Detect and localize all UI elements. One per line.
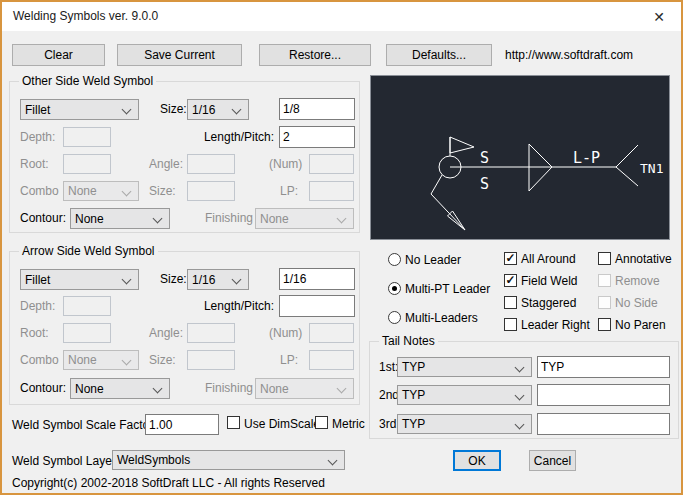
remove-checkbox [598, 274, 611, 287]
defaults-button[interactable]: Defaults... [386, 44, 492, 66]
all-around-label: All Around [521, 252, 576, 266]
no-paren-checkbox[interactable] [598, 318, 611, 331]
arrow-finishing-value: None [260, 382, 289, 396]
arrow-lp-field [309, 350, 354, 370]
title-bar: Welding Symbols ver. 9.0.0 ✕ [2, 2, 681, 31]
other-length-pitch-label: Length/Pitch: [182, 130, 274, 144]
no-side-label: No Side [615, 296, 658, 310]
layer-combo-value: WeldSymbols [117, 453, 190, 467]
arrow-depth-label: Depth: [20, 299, 55, 313]
multi-leaders-label: Multi-Leaders [405, 311, 478, 325]
tail-note-3-combo-value: TYP [402, 417, 425, 431]
multi-pt-leader-radio[interactable] [388, 282, 401, 295]
other-contour-combo[interactable]: None [70, 208, 170, 229]
other-weld-type-combo[interactable]: Fillet [20, 99, 139, 120]
tail-lines [616, 145, 638, 186]
field-weld-label: Field Weld [521, 274, 577, 288]
other-size2-label: Size: [149, 184, 176, 198]
layer-label: Weld Symbol Layer: [12, 454, 119, 468]
arrow-root-label: Root: [20, 326, 49, 340]
weld-symbol-preview: S S L-P TN1 [370, 75, 670, 240]
arrow-root-field [63, 323, 111, 343]
save-current-button[interactable]: Save Current [117, 44, 242, 66]
other-contour-value: None [75, 212, 104, 226]
other-contour-label: Contour: [20, 211, 66, 225]
metric-checkbox[interactable] [315, 416, 328, 429]
arrow-length-pitch-input[interactable] [279, 295, 355, 317]
arrow-depth-field [63, 296, 111, 316]
arrow-size-input[interactable] [279, 268, 355, 290]
no-side-checkbox [598, 296, 611, 309]
tail-note-1-combo-value: TYP [402, 360, 425, 374]
arrow-combo-label: Combo [20, 353, 59, 367]
tail-note-2-combo[interactable]: TYP [397, 385, 532, 405]
arrow-size-label: Size: [160, 272, 187, 286]
other-combo-label: Combo [20, 184, 59, 198]
annotative-label: Annotative [615, 252, 672, 266]
no-leader-radio[interactable] [388, 253, 401, 266]
window-title: Welding Symbols ver. 9.0.0 [13, 9, 158, 23]
arrow-size-combo[interactable]: 1/16 [187, 269, 249, 290]
multi-leaders-radio[interactable] [388, 311, 401, 324]
arrow-combo-value: None [68, 353, 97, 367]
scale-factor-input[interactable] [145, 414, 219, 435]
other-size-combo[interactable]: 1/16 [187, 99, 249, 120]
arrow-size2-label: Size: [149, 353, 176, 367]
close-icon[interactable]: ✕ [648, 6, 670, 28]
arrow-size2-field [187, 350, 235, 370]
staggered-label: Staggered [521, 296, 576, 310]
arrow-lp-label: LP: [280, 353, 298, 367]
copyright-text: Copyright(c) 2002-2018 SoftDraft LLC - A… [12, 476, 325, 490]
other-depth-field [63, 127, 111, 147]
other-size-input[interactable] [279, 98, 355, 120]
other-combo-combo: None [63, 181, 139, 201]
layer-combo[interactable]: WeldSymbols [112, 450, 345, 470]
tail-note-3-input[interactable] [537, 413, 670, 435]
other-num-label: (Num) [269, 157, 302, 171]
arrow-angle-field [187, 323, 235, 343]
other-finishing-label: Finishing [205, 211, 253, 225]
other-finishing-combo: None [255, 208, 354, 229]
tail-note-1-combo[interactable]: TYP [397, 357, 532, 377]
staggered-checkbox[interactable] [504, 296, 517, 309]
all-around-checkbox[interactable] [504, 252, 517, 265]
website-link: http://www.softdraft.com [505, 48, 633, 62]
other-size-combo-value: 1/16 [192, 103, 215, 117]
field-weld-flag [450, 137, 474, 153]
other-weld-type-value: Fillet [25, 103, 50, 117]
use-dimscale-label: Use DimScale [244, 417, 320, 431]
welding-symbols-dialog: Welding Symbols ver. 9.0.0 ✕ Clear Save … [0, 0, 683, 495]
annotative-checkbox[interactable] [598, 252, 611, 265]
weld-symbol-drawing: S S L-P TN1 [371, 76, 669, 239]
field-weld-checkbox[interactable] [504, 274, 517, 287]
other-size2-field [187, 181, 235, 201]
arrow-weld-type-combo[interactable]: Fillet [20, 269, 139, 290]
metric-label: Metric [332, 417, 365, 431]
tail-note-1-input[interactable] [537, 356, 670, 378]
other-length-pitch-input[interactable] [279, 126, 355, 148]
arrow-num-field [309, 323, 354, 343]
size-placeholder-bottom: S [480, 175, 489, 193]
arrow-contour-combo[interactable]: None [70, 378, 170, 399]
other-finishing-value: None [260, 212, 289, 226]
other-side-group-title: Other Side Weld Symbol [19, 74, 156, 88]
arrow-finishing-label: Finishing [205, 381, 253, 395]
other-root-field [63, 154, 111, 174]
other-size-label: Size: [160, 102, 187, 116]
use-dimscale-checkbox[interactable] [227, 416, 240, 429]
leader-right-checkbox[interactable] [504, 318, 517, 331]
other-angle-label: Angle: [149, 157, 183, 171]
cancel-button[interactable]: Cancel [529, 450, 576, 471]
clear-button[interactable]: Clear [12, 44, 105, 66]
ok-button[interactable]: OK [453, 450, 501, 471]
tail-note-2-input[interactable] [537, 384, 670, 406]
tail-note-3-combo[interactable]: TYP [397, 414, 532, 434]
no-paren-label: No Paren [615, 318, 666, 332]
multi-pt-leader-label: Multi-PT Leader [405, 282, 490, 296]
arrow-side-group-title: Arrow Side Weld Symbol [19, 244, 158, 258]
restore-button[interactable]: Restore... [259, 44, 371, 66]
other-angle-field [187, 154, 235, 174]
arrow-contour-value: None [75, 382, 104, 396]
arrow-contour-label: Contour: [20, 381, 66, 395]
arrow-combo-combo: None [63, 350, 139, 370]
